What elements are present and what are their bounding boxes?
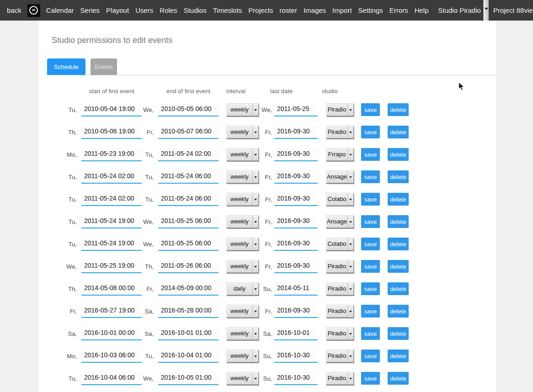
nav-item-studios[interactable]: Studios <box>181 6 210 14</box>
end-datetime-input[interactable] <box>158 238 219 251</box>
studio-select[interactable]: Piradio <box>326 305 354 318</box>
delete-button[interactable]: delete <box>388 282 409 295</box>
nav-item-import[interactable]: Import <box>329 6 355 14</box>
last-date-input[interactable] <box>274 260 318 273</box>
studio-select[interactable]: Colabo <box>326 193 354 206</box>
end-datetime-input[interactable] <box>158 305 219 318</box>
last-date-input[interactable] <box>274 327 318 340</box>
delete-button[interactable]: delete <box>388 170 409 183</box>
delete-button[interactable]: delete <box>388 126 409 138</box>
delete-button[interactable]: delete <box>388 215 409 228</box>
studio-select[interactable]: Piradio <box>326 103 354 116</box>
studio-select[interactable]: Colabo <box>326 238 354 250</box>
delete-button[interactable]: delete <box>388 327 409 340</box>
chevron-down-icon[interactable] <box>483 0 489 21</box>
save-button[interactable]: save <box>361 193 380 206</box>
save-button[interactable]: save <box>361 103 380 116</box>
save-button[interactable]: save <box>361 238 380 250</box>
tab-events[interactable]: Events <box>91 58 117 75</box>
delete-button[interactable]: delete <box>388 103 409 116</box>
start-day-label: Tu, <box>52 375 77 382</box>
save-button[interactable]: save <box>361 148 380 161</box>
save-button[interactable]: save <box>361 260 380 273</box>
end-datetime-input[interactable] <box>158 372 219 385</box>
save-button[interactable]: save <box>361 350 380 362</box>
delete-button[interactable]: delete <box>388 372 409 385</box>
chevron-down-icon <box>347 193 353 205</box>
start-day-label: We, <box>52 263 77 270</box>
end-datetime-input[interactable] <box>158 126 219 139</box>
nav-item-users[interactable]: Users <box>132 6 156 14</box>
tab-schedule[interactable]: Schedule <box>47 58 85 75</box>
delete-button[interactable]: delete <box>388 350 409 362</box>
nav-item-projects[interactable]: Projects <box>245 6 276 14</box>
delete-button[interactable]: delete <box>388 193 409 206</box>
nav-item-timeslots[interactable]: Timeslots <box>210 6 245 14</box>
save-button[interactable]: save <box>361 372 380 385</box>
nav-item-roster[interactable]: roster <box>277 6 300 14</box>
last-date-day-label: Fr, <box>247 129 272 136</box>
nav-item-help[interactable]: Help <box>411 6 432 14</box>
studio-select[interactable]: Ansage <box>326 170 354 183</box>
end-datetime-input[interactable] <box>158 260 219 273</box>
back-link[interactable]: back <box>0 6 25 14</box>
save-button[interactable]: save <box>361 327 380 340</box>
nav-item-settings[interactable]: Settings <box>355 6 386 14</box>
studio-select[interactable]: Ansage <box>326 215 354 228</box>
end-datetime-input[interactable] <box>158 170 219 184</box>
delete-button[interactable]: delete <box>388 305 409 318</box>
nav-item-calendar[interactable]: Calendar <box>43 6 77 14</box>
last-date-input[interactable] <box>274 215 318 228</box>
table-row: Mo, Tu, weekly Su, Piradio save delete <box>52 350 496 372</box>
project-switch-select[interactable]: Project 88vier <box>489 0 533 21</box>
end-datetime-input[interactable] <box>158 350 219 363</box>
last-date-input[interactable] <box>274 238 318 251</box>
studio-select[interactable]: Piradio <box>326 350 354 362</box>
nav-item-playout[interactable]: Playout <box>103 6 132 14</box>
end-datetime-input[interactable] <box>158 215 219 228</box>
last-date-input[interactable] <box>274 170 318 184</box>
start-day-label: Tu, <box>52 218 77 225</box>
tab-bar: Schedule Events <box>47 58 496 75</box>
nav-item-roles[interactable]: Roles <box>156 6 180 14</box>
studio-select[interactable]: Piradio <box>326 282 354 295</box>
header-end-of-first-event: end of first event <box>158 88 219 95</box>
studio-switch-select[interactable]: Studio Piradio <box>434 0 489 21</box>
end-datetime-input[interactable] <box>158 103 219 117</box>
last-date-input[interactable] <box>274 372 318 385</box>
end-day-label: Th, <box>128 263 154 270</box>
page-title: Studio permissions to edit events <box>52 36 496 45</box>
studio-select[interactable]: Piradio <box>326 126 354 138</box>
save-button[interactable]: save <box>361 170 380 183</box>
last-date-input[interactable] <box>274 350 318 363</box>
last-date-day-label: Su, <box>247 375 272 382</box>
nav-item-errors[interactable]: Errors <box>386 6 411 14</box>
table-header-row: start of first event end of first event … <box>52 88 496 97</box>
save-button[interactable]: save <box>361 215 380 228</box>
studio-select[interactable]: Piradio <box>326 327 354 340</box>
end-datetime-input[interactable] <box>158 148 219 161</box>
delete-button[interactable]: delete <box>388 260 409 273</box>
last-date-input[interactable] <box>274 103 318 117</box>
last-date-input[interactable] <box>274 282 318 296</box>
studio-select[interactable]: Frrapo <box>326 148 354 161</box>
end-datetime-input[interactable] <box>158 327 219 340</box>
studio-select[interactable]: Piradio <box>326 260 354 273</box>
nav-item-images[interactable]: Images <box>300 6 329 14</box>
delete-button[interactable]: delete <box>388 148 409 161</box>
last-date-input[interactable] <box>274 305 318 318</box>
last-date-input[interactable] <box>274 126 318 139</box>
delete-button[interactable]: delete <box>388 238 409 250</box>
end-day-label: Fr, <box>128 129 154 136</box>
save-button[interactable]: save <box>361 282 380 295</box>
nav-item-series[interactable]: Series <box>77 6 103 14</box>
end-datetime-input[interactable] <box>158 193 219 206</box>
content-card: Studio permissions to edit events Schedu… <box>39 21 496 392</box>
end-datetime-input[interactable] <box>158 282 219 296</box>
piradio-logo-icon[interactable]: PI <box>27 4 40 17</box>
studio-select[interactable]: Piradio <box>326 372 354 385</box>
save-button[interactable]: save <box>361 126 380 138</box>
save-button[interactable]: save <box>361 305 380 318</box>
last-date-input[interactable] <box>274 148 318 161</box>
last-date-input[interactable] <box>274 193 318 206</box>
